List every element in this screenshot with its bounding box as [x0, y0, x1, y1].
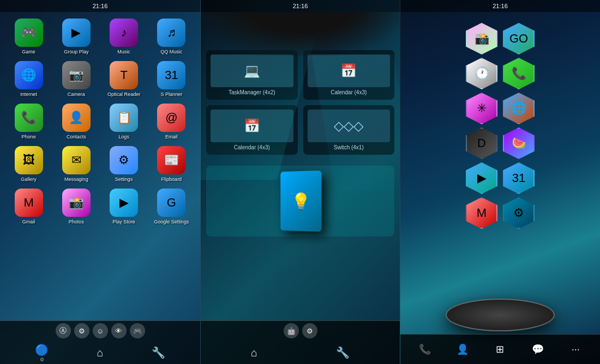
app-item-game[interactable]: 🎮 Game [5, 16, 52, 57]
nav-home-btn-1[interactable]: ⌂ [97, 347, 103, 359]
nav-msg-btn[interactable]: 💬 [528, 339, 548, 359]
app-label-play: Play Store [112, 219, 135, 225]
hex-icon-8: ▶ [477, 171, 487, 185]
app-item-groupplay[interactable]: ▶ Group Play [53, 16, 99, 57]
nav-more-btn[interactable]: ··· [566, 339, 585, 359]
nav-home-btn-2[interactable]: ⌂ [251, 347, 257, 359]
app-item-qqmusic[interactable]: ♬ QQ Music [148, 16, 195, 57]
app-item-messaging[interactable]: ✉ Messaging [53, 144, 99, 184]
hex-item-fruit-ninja[interactable]: 🍉 [503, 128, 535, 159]
app-icon-glyph-email: @ [165, 111, 177, 125]
fold-box: 💡 [280, 171, 321, 232]
app-label-internet: Internet [20, 92, 37, 97]
dock-icon-settings2[interactable]: ⚙ [302, 323, 317, 338]
app-item-camera[interactable]: 📷 Camera [53, 59, 99, 99]
widget-grid: 💻 TaskManager (4x2) 📅 Calendar (4x3) 📅 C… [201, 45, 400, 160]
hex-shape-3: 📞 [503, 58, 535, 89]
widget-label-3: Switch (4x1) [334, 144, 364, 150]
app-item-internet[interactable]: 🌐 Internet [5, 59, 52, 99]
app-icon-glyph-photos: 📸 [69, 196, 83, 210]
hex-shape-0: 📸 [466, 23, 497, 54]
widget-label-1: Calendar (4x3) [331, 89, 367, 95]
hex-row-1: 🕐 📞 [466, 58, 535, 89]
app-item-photos[interactable]: 📸 Photos [53, 186, 99, 227]
app-item-settings[interactable]: ⚙ Settings [101, 144, 147, 184]
app-item-email[interactable]: @ Email [148, 101, 195, 142]
dock-icon-0[interactable]: Ⓐ [56, 323, 71, 338]
hex-item-play-store[interactable]: ▶ [466, 162, 497, 194]
app-icon-internet: 🌐 [15, 61, 43, 89]
dock-icon-2[interactable]: ☺ [93, 323, 108, 338]
widget-cell-0[interactable]: 💻 TaskManager (4x2) [206, 50, 298, 100]
app-icon-glyph-gallery: 🖼 [23, 153, 35, 167]
hex-item-calendar[interactable]: 31 [503, 162, 535, 194]
widget-thumb-1: 📅 [308, 54, 391, 87]
app-icon-qqmusic: ♬ [157, 19, 185, 47]
app-item-phone[interactable]: 📞 Phone [5, 101, 52, 142]
app-icon-play: ▶ [110, 189, 138, 217]
dock-icon-1[interactable]: ⚙ [74, 323, 89, 338]
panel-1-app-drawer: 21:16 🎮 Game ▶ Group Play ♪ Music ♬ QQ M… [0, 0, 200, 364]
app-item-contacts[interactable]: 👤 Contacts [53, 101, 99, 142]
settings-icon-1: 🔧 [152, 346, 165, 359]
status-bar-1: 21:16 [0, 0, 200, 12]
hex-item-gmail[interactable]: M [466, 197, 497, 229]
app-item-optical[interactable]: T Optical Reader [101, 59, 147, 99]
hex-icon-5: 🌐 [512, 101, 526, 116]
app-item-flipboard[interactable]: 📰 Flipboard [148, 144, 195, 184]
app-item-logs[interactable]: 📋 Logs [101, 101, 147, 142]
hex-item-chrome[interactable]: 🌐 [503, 93, 535, 124]
hex-item-clock[interactable]: 🕐 [466, 58, 497, 89]
hex-row-3: D 🍉 [466, 128, 535, 159]
app-icon-glyph-music: ♪ [121, 26, 127, 40]
hex-shape-5: 🌐 [503, 93, 535, 124]
home-icon-1: ⌂ [97, 347, 103, 359]
hex-item-go-launcher[interactable]: GO [503, 23, 535, 54]
app-icon-glyph-optical: T [120, 68, 127, 82]
panel-2-widgets: 21:16 💻 TaskManager (4x2) 📅 Calendar (4x… [200, 0, 400, 364]
hex-shape-2: 🕐 [466, 58, 497, 89]
app-icon-glyph-logs: 📋 [117, 111, 131, 125]
hex-item-dazen[interactable]: D [466, 128, 497, 159]
app-label-gmail: Gmail [22, 219, 35, 225]
dock-icon-3[interactable]: 👁 [111, 323, 127, 338]
app-item-googlesettings[interactable]: G Google Settings [148, 186, 195, 227]
dock-icon-android[interactable]: 🤖 [284, 323, 299, 338]
widget-cell-3[interactable]: ◇◇◇ Switch (4x1) [303, 105, 395, 155]
app-icon-glyph-settings: ⚙ [118, 153, 129, 167]
widget-cell-2[interactable]: 📅 Calendar (4x3) [206, 105, 298, 155]
dock-nav-2: ⌂ 🔧 [201, 341, 400, 364]
app-item-gallery[interactable]: 🖼 Gallery [5, 144, 52, 184]
nav-settings-btn-2[interactable]: 🔧 [336, 346, 350, 359]
widget-cell-1[interactable]: 📅 Calendar (4x3) [303, 50, 395, 100]
app-item-gmail[interactable]: M Gmail [5, 186, 52, 227]
hex-icon-7: 🍉 [512, 136, 526, 150]
app-icon-gmail: M [15, 189, 43, 217]
hex-item-shortcut[interactable]: ✳ [466, 93, 497, 124]
hex-icon-3: 📞 [512, 66, 526, 81]
app-icon-glyph-googlesettings: G [167, 196, 176, 210]
app-item-splanner[interactable]: 31 S Planner [148, 59, 195, 99]
hex-item-photos[interactable]: 📸 [466, 23, 497, 54]
app-label-phone: Phone [22, 134, 36, 139]
app-icon-glyph-messaging: ✉ [71, 153, 81, 167]
app-label-settings: Settings [115, 177, 133, 182]
app-icon-messaging: ✉ [62, 146, 91, 174]
widget-thumb-0: 💻 [211, 54, 293, 87]
widget-thumb-2: 📅 [211, 110, 293, 142]
hex-item-phone[interactable]: 📞 [503, 58, 535, 89]
nav-settings-btn-1[interactable]: 🔧 [152, 346, 165, 359]
hex-item-settings-center[interactable]: ⚙ [503, 197, 535, 229]
app-item-music[interactable]: ♪ Music [101, 16, 147, 57]
dock-icon-4[interactable]: 🎮 [130, 323, 145, 338]
nav-apps-btn[interactable]: ⊞ [490, 339, 510, 359]
app-item-play[interactable]: ▶ Play Store [101, 186, 147, 227]
nav-custom-btn[interactable]: 🔵 ⚙ [35, 343, 49, 362]
settings-icon-2: 🔧 [336, 346, 350, 359]
app-icon-phone: 📞 [15, 104, 43, 132]
widget-icon-1: 📅 [340, 63, 357, 78]
nav-phone-btn[interactable]: 📞 [415, 339, 435, 359]
app-icon-music: ♪ [110, 19, 138, 47]
nav-contacts-btn[interactable]: 👤 [453, 339, 472, 359]
status-bar-3: 21:16 [400, 0, 600, 12]
